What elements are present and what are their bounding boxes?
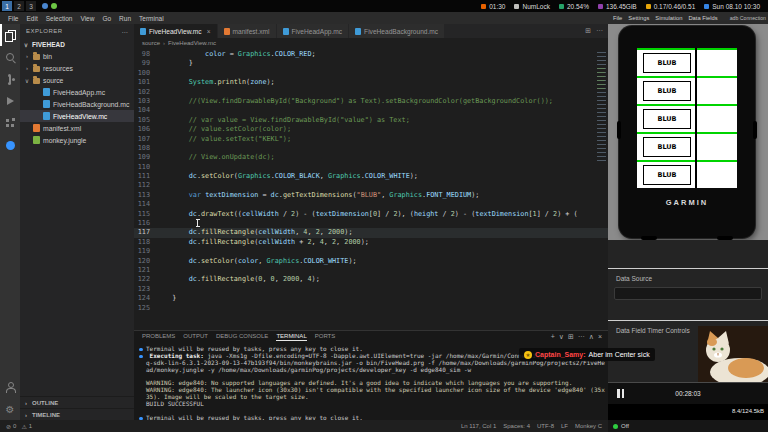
code-line[interactable]: 98 color = Graphics.COLOR_RED;	[134, 50, 608, 59]
line-number: 109	[134, 153, 156, 162]
workspace-button[interactable]: 1	[2, 1, 12, 11]
status-lf[interactable]: LF	[561, 423, 568, 429]
close-icon[interactable]: ×	[207, 28, 211, 35]
timeline-section[interactable]: ›TIMELINE	[20, 408, 134, 420]
status-monkey-c[interactable]: Monkey C	[575, 423, 602, 429]
code-line[interactable]: 121	[134, 266, 608, 275]
split-terminal-icon[interactable]: ⊞	[568, 333, 574, 341]
panel-tab-ports[interactable]: PORTS	[315, 333, 336, 341]
code-line[interactable]: 125	[134, 304, 608, 313]
terminal-dropdown-icon[interactable]: ∨	[559, 333, 564, 341]
panel-tab-terminal[interactable]: TERMINAL	[276, 333, 306, 341]
minimap[interactable]	[595, 50, 608, 180]
close-panel-icon[interactable]: ×	[598, 333, 602, 341]
tree-item-bin[interactable]: ›bin	[20, 50, 134, 62]
sim-menu-settings[interactable]: Settings	[626, 15, 651, 21]
data-source-input[interactable]	[614, 287, 762, 300]
editor-tab-manifest.xml[interactable]: manifest.xml	[218, 24, 277, 38]
accounts-button[interactable]	[0, 376, 20, 398]
tree-item-resources[interactable]: ›resources	[20, 62, 134, 74]
breadcrumb-item[interactable]: FiveHeadView.mc	[168, 40, 216, 46]
code-line[interactable]: 101 System.println(zone);	[134, 78, 608, 87]
device-side-button[interactable]	[617, 121, 621, 139]
breadcrumb-item[interactable]: source	[142, 40, 160, 46]
code-line[interactable]: 103 //(View.findDrawableById("Background…	[134, 97, 608, 106]
connectiq-activity-button[interactable]	[0, 134, 20, 156]
device-side-button[interactable]	[753, 121, 757, 139]
tree-item-manifest.xml[interactable]: manifest.xml	[20, 122, 134, 134]
problems-indicator[interactable]: ⊘ 0 ⚠ 1	[6, 423, 32, 430]
adb-connection-menu[interactable]: adb Connection	[730, 15, 766, 21]
run-debug-activity-button[interactable]	[0, 90, 20, 112]
sim-menu-file[interactable]: File	[611, 15, 624, 21]
code-line[interactable]: 99 }	[134, 59, 608, 68]
tree-item-fiveheadapp.mc[interactable]: FiveHeadApp.mc	[20, 86, 134, 98]
menu-view[interactable]: View	[76, 15, 98, 22]
sim-menu-simulation[interactable]: Simulation	[653, 15, 684, 21]
more-actions-icon[interactable]: ⋯	[596, 27, 603, 35]
new-terminal-icon[interactable]: +	[551, 333, 555, 341]
code-line[interactable]: 106 // value.setColor(color);	[134, 125, 608, 134]
code-line[interactable]: 112	[134, 181, 608, 190]
sim-menu-data-fields[interactable]: Data Fields	[686, 15, 719, 21]
panel-tab-output[interactable]: OUTPUT	[183, 333, 208, 341]
status-ln-117-col-1[interactable]: Ln 117, Col 1	[461, 423, 496, 429]
code-line[interactable]: 123	[134, 285, 608, 294]
more-actions-icon[interactable]: ⋯	[122, 28, 129, 35]
project-root[interactable]: ∨ FIVEHEAD	[20, 38, 134, 50]
split-editor-icon[interactable]: ⊞	[585, 27, 591, 35]
panel-tab-problems[interactable]: PROBLEMS	[142, 333, 175, 341]
workspace-button[interactable]: 2	[14, 1, 24, 11]
code-line[interactable]: 102	[134, 88, 608, 97]
tree-item-fiveheadview.mc[interactable]: FiveHeadView.mc	[20, 110, 134, 122]
search-activity-button[interactable]	[0, 46, 20, 68]
terminal-line: ad/monkey.jungle -y /home/max/Downloads/…	[138, 367, 608, 374]
source-control-activity-button[interactable]	[0, 68, 20, 90]
app-green-tray-icon[interactable]	[51, 3, 57, 9]
status-spaces[interactable]: Spaces: 4	[503, 423, 530, 429]
menu-selection[interactable]: Selection	[42, 15, 77, 22]
code-editor[interactable]: 98 color = Graphics.COLOR_RED;99 }100101…	[134, 48, 608, 330]
workspace-button[interactable]: 3	[26, 1, 36, 11]
code-line[interactable]: 122 dc.fillRectangle(0, 0, 2000, 4);	[134, 275, 608, 284]
chevron-icon: ∨	[24, 77, 30, 84]
editor-tab-fiveheadapp.mc[interactable]: FiveHeadApp.mc	[277, 24, 350, 38]
extensions-activity-button[interactable]	[0, 112, 20, 134]
menu-run[interactable]: Run	[115, 15, 135, 22]
code-line[interactable]: 113 var textDimension = dc.getTextDimens…	[134, 191, 608, 200]
code-line[interactable]: 104	[134, 106, 608, 115]
status-utf-8[interactable]: UTF-8	[537, 423, 554, 429]
tree-item-monkey.jungle[interactable]: monkey.jungle	[20, 134, 134, 146]
code-line[interactable]: 115 dc.drawText((cellWidth / 2) - (textD…	[134, 210, 608, 219]
code-line[interactable]: 108	[134, 144, 608, 153]
menu-terminal[interactable]: Terminal	[135, 15, 168, 22]
editor-tab-fiveheadbackground.mc[interactable]: FiveHeadBackground.mc	[349, 24, 445, 38]
explorer-activity-button[interactable]	[0, 24, 20, 46]
settings-button[interactable]: ⚙	[0, 398, 20, 420]
code-line[interactable]: 107 // value.setText("KEKL");	[134, 135, 608, 144]
code-line[interactable]: 118 dc.fillRectangle(cellWidth + 2, 4, 2…	[134, 238, 608, 247]
code-line[interactable]: 111 dc.setColor(Graphics.COLOR_BLACK, Gr…	[134, 172, 608, 181]
more-actions-icon[interactable]: ⋯	[578, 333, 585, 341]
panel-tab-debug-console[interactable]: DEBUG CONSOLE	[216, 333, 268, 341]
code-line[interactable]: 100	[134, 69, 608, 78]
menu-edit[interactable]: Edit	[22, 15, 41, 22]
code-line[interactable]: 114	[134, 200, 608, 209]
tree-item-fiveheadbackground.mc[interactable]: FiveHeadBackground.mc	[20, 98, 134, 110]
app-blue-tray-icon[interactable]	[42, 3, 48, 9]
editor-tab-fiveheadview.mc[interactable]: FiveHeadView.mc×	[134, 24, 218, 38]
code-line[interactable]: 116	[134, 219, 608, 228]
outline-section[interactable]: ›OUTLINE	[20, 396, 134, 408]
code-line[interactable]: 119	[134, 247, 608, 256]
code-line[interactable]: 120 dc.setColor(color, Graphics.COLOR_WH…	[134, 257, 608, 266]
code-line[interactable]: 110	[134, 163, 608, 172]
code-line[interactable]: 124 }	[134, 294, 608, 303]
warning-icon: ⚠	[21, 423, 26, 430]
menu-go[interactable]: Go	[98, 15, 115, 22]
code-line[interactable]: 109 // View.onUpdate(dc);	[134, 153, 608, 162]
menu-file[interactable]: File	[4, 15, 22, 22]
tree-item-source[interactable]: ∨source	[20, 74, 134, 86]
maximize-panel-icon[interactable]: ∧	[589, 333, 594, 341]
code-line[interactable]: 117 dc.fillRectangle(cellWidth, 4, 2, 20…	[134, 228, 608, 237]
code-line[interactable]: 105 // var value = View.findDrawableById…	[134, 116, 608, 125]
